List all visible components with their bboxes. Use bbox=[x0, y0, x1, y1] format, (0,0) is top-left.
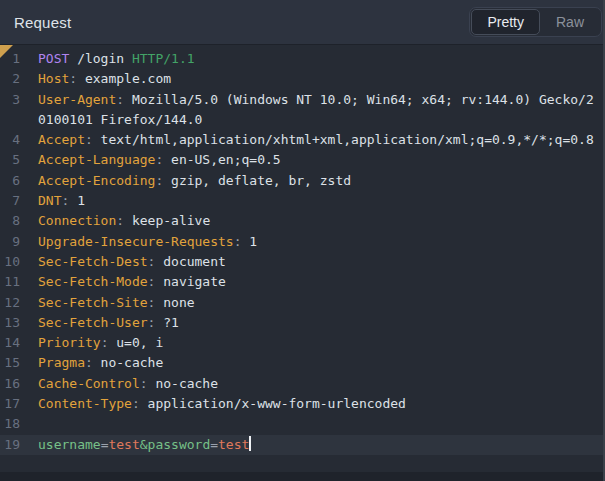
line-content[interactable]: POST /login HTTP/1.1 bbox=[38, 49, 596, 69]
token-punct[interactable]: : bbox=[132, 396, 140, 411]
token-pval[interactable]: test bbox=[108, 437, 139, 452]
line-content[interactable]: Connection: keep-alive bbox=[38, 211, 596, 231]
token-hname[interactable]: Sec-Fetch-Site bbox=[38, 295, 148, 310]
code-line-2[interactable]: 2Host: example.com bbox=[0, 69, 603, 89]
line-content[interactable]: DNT: 1 bbox=[38, 191, 596, 211]
token-method[interactable]: POST bbox=[38, 51, 69, 66]
code-line-16[interactable]: 16Cache-Control: no-cache bbox=[0, 374, 603, 394]
tab-raw[interactable]: Raw bbox=[540, 9, 600, 35]
line-content[interactable]: Pragma: no-cache bbox=[38, 353, 596, 373]
code-line-14[interactable]: 14Priority: u=0, i bbox=[0, 333, 603, 353]
line-number: 7 bbox=[0, 191, 20, 211]
token-hname[interactable]: DNT bbox=[38, 193, 61, 208]
token-hname[interactable]: Content-Type bbox=[38, 396, 132, 411]
token-plain[interactable]: document bbox=[155, 254, 225, 269]
line-content[interactable]: Host: example.com bbox=[38, 69, 596, 89]
token-plain[interactable]: ?1 bbox=[155, 315, 178, 330]
token-hname[interactable]: Accept-Encoding bbox=[38, 173, 155, 188]
code-line-18[interactable]: 18 bbox=[0, 414, 603, 434]
token-plain[interactable]: none bbox=[155, 295, 194, 310]
token-punct[interactable]: : bbox=[234, 234, 242, 249]
token-plain[interactable]: keep-alive bbox=[124, 213, 210, 228]
token-punct[interactable]: : bbox=[140, 376, 148, 391]
token-hname[interactable]: Connection bbox=[38, 213, 116, 228]
tab-pretty[interactable]: Pretty bbox=[471, 9, 540, 35]
line-content[interactable]: Accept-Encoding: gzip, deflate, br, zstd bbox=[38, 171, 596, 191]
line-number: 14 bbox=[0, 333, 20, 353]
token-hname[interactable]: Pragma bbox=[38, 355, 85, 370]
panel-title: Request bbox=[14, 14, 71, 31]
token-hname[interactable]: Sec-Fetch-Dest bbox=[38, 254, 148, 269]
token-punct[interactable]: : bbox=[85, 355, 93, 370]
token-plain[interactable]: en-US,en;q=0.5 bbox=[163, 152, 280, 167]
line-number: 9 bbox=[0, 232, 20, 252]
token-plain[interactable]: /login bbox=[69, 51, 132, 66]
line-content[interactable]: Priority: u=0, i bbox=[38, 333, 596, 353]
code-line-6[interactable]: 6Accept-Encoding: gzip, deflate, br, zst… bbox=[0, 171, 603, 191]
token-hname[interactable]: Sec-Fetch-Mode bbox=[38, 274, 148, 289]
request-editor[interactable]: 1POST /login HTTP/1.12Host: example.com3… bbox=[0, 45, 603, 472]
code-line-5[interactable]: 5Accept-Language: en-US,en;q=0.5 bbox=[0, 150, 603, 170]
token-plain[interactable]: u=0, i bbox=[108, 335, 163, 350]
token-param[interactable]: username bbox=[38, 437, 101, 452]
line-content[interactable]: Accept: text/html,application/xhtml+xml,… bbox=[38, 130, 596, 150]
token-hname[interactable]: Accept bbox=[38, 132, 85, 147]
token-plain[interactable]: navigate bbox=[155, 274, 225, 289]
line-content[interactable]: Sec-Fetch-User: ?1 bbox=[38, 313, 596, 333]
token-plain[interactable]: gzip, deflate, br, zstd bbox=[163, 173, 351, 188]
code-line-8[interactable]: 8Connection: keep-alive bbox=[0, 211, 603, 231]
code-line-1[interactable]: 1POST /login HTTP/1.1 bbox=[0, 49, 603, 69]
token-plain[interactable]: 1 bbox=[69, 193, 85, 208]
token-version[interactable]: HTTP/1.1 bbox=[132, 51, 195, 66]
line-content[interactable]: Cache-Control: no-cache bbox=[38, 374, 596, 394]
code-line-19[interactable]: 19username=test&password=test bbox=[0, 435, 603, 455]
line-content[interactable]: Sec-Fetch-Mode: navigate bbox=[38, 272, 596, 292]
line-content[interactable]: Sec-Fetch-Site: none bbox=[38, 293, 596, 313]
code-line-11[interactable]: 11Sec-Fetch-Mode: navigate bbox=[0, 272, 603, 292]
token-hname[interactable]: Upgrade-Insecure-Requests bbox=[38, 234, 234, 249]
code-line-15[interactable]: 15Pragma: no-cache bbox=[0, 353, 603, 373]
code-line-12[interactable]: 12Sec-Fetch-Site: none bbox=[0, 293, 603, 313]
token-punct[interactable]: : bbox=[116, 213, 124, 228]
token-hname[interactable]: Host bbox=[38, 71, 69, 86]
line-number: 18 bbox=[0, 414, 20, 434]
line-number: 15 bbox=[0, 353, 20, 373]
token-pval[interactable]: test bbox=[218, 437, 249, 452]
line-content[interactable]: Content-Type: application/x-www-form-url… bbox=[38, 394, 596, 414]
line-content[interactable]: User-Agent: Mozilla/5.0 (Windows NT 10.0… bbox=[38, 90, 596, 131]
token-hname[interactable]: User-Agent bbox=[38, 92, 116, 107]
code-line-13[interactable]: 13Sec-Fetch-User: ?1 bbox=[0, 313, 603, 333]
panel-header: Request Pretty Raw bbox=[0, 0, 603, 45]
token-punct[interactable]: = bbox=[210, 437, 218, 452]
code-line-10[interactable]: 10Sec-Fetch-Dest: document bbox=[0, 252, 603, 272]
line-content[interactable] bbox=[38, 414, 596, 434]
token-plain[interactable]: text/html,application/xhtml+xml,applicat… bbox=[93, 132, 594, 147]
token-param[interactable]: password bbox=[148, 437, 211, 452]
line-number: 6 bbox=[0, 171, 20, 191]
code-line-7[interactable]: 7DNT: 1 bbox=[0, 191, 603, 211]
token-punct[interactable]: : bbox=[69, 71, 77, 86]
line-content[interactable]: Upgrade-Insecure-Requests: 1 bbox=[38, 232, 596, 252]
token-hname[interactable]: Cache-Control bbox=[38, 376, 140, 391]
code-line-17[interactable]: 17Content-Type: application/x-www-form-u… bbox=[0, 394, 603, 414]
token-punct[interactable]: : bbox=[85, 132, 93, 147]
token-hname[interactable]: Sec-Fetch-User bbox=[38, 315, 148, 330]
line-content[interactable]: Sec-Fetch-Dest: document bbox=[38, 252, 596, 272]
token-param[interactable]: & bbox=[140, 437, 148, 452]
token-hname[interactable]: Priority bbox=[38, 335, 101, 350]
code-line-4[interactable]: 4Accept: text/html,application/xhtml+xml… bbox=[0, 130, 603, 150]
line-number: 19 bbox=[0, 435, 20, 455]
token-plain[interactable]: no-cache bbox=[148, 376, 218, 391]
token-plain[interactable]: application/x-www-form-urlencoded bbox=[140, 396, 406, 411]
line-content[interactable]: Accept-Language: en-US,en;q=0.5 bbox=[38, 150, 596, 170]
token-hname[interactable]: Accept-Language bbox=[38, 152, 155, 167]
line-content[interactable]: username=test&password=test bbox=[38, 435, 596, 455]
token-plain[interactable]: no-cache bbox=[93, 355, 163, 370]
line-number: 17 bbox=[0, 394, 20, 414]
token-plain[interactable]: 1 bbox=[242, 234, 258, 249]
code-line-3[interactable]: 3User-Agent: Mozilla/5.0 (Windows NT 10.… bbox=[0, 90, 603, 131]
code-line-9[interactable]: 9Upgrade-Insecure-Requests: 1 bbox=[0, 232, 603, 252]
line-number: 4 bbox=[0, 130, 20, 150]
token-punct[interactable]: : bbox=[116, 92, 124, 107]
token-plain[interactable]: example.com bbox=[77, 71, 171, 86]
